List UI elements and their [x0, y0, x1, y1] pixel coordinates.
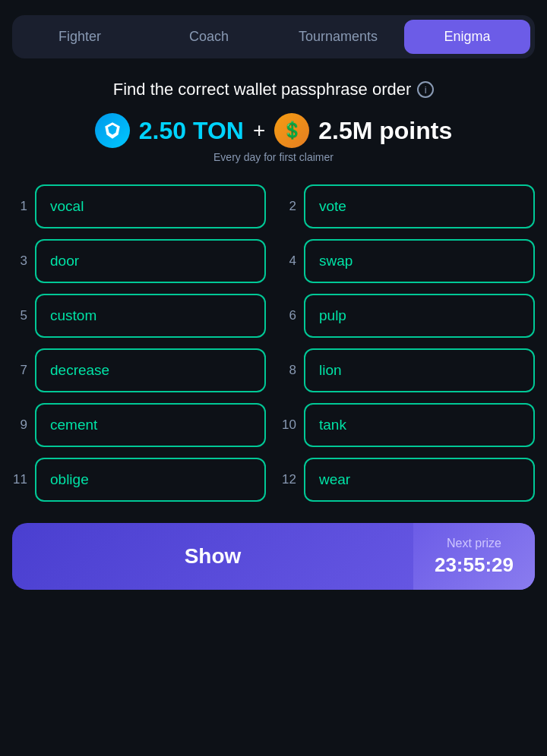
- tab-tournaments[interactable]: Tournaments: [275, 20, 401, 54]
- coin-icon: 💲: [274, 113, 309, 148]
- word-number-12: 12: [281, 472, 296, 487]
- next-prize-section: Next prize 23:55:29: [413, 523, 535, 590]
- tab-coach[interactable]: Coach: [146, 20, 272, 54]
- ton-amount: 2.50 TON: [139, 117, 244, 145]
- word-cell-3: 3 door: [12, 239, 266, 283]
- word-number-9: 9: [12, 417, 27, 433]
- word-box-10[interactable]: tank: [304, 403, 535, 447]
- next-prize-timer: 23:55:29: [435, 553, 514, 577]
- word-number-6: 6: [281, 308, 296, 323]
- word-cell-6: 6 pulp: [281, 294, 535, 338]
- info-icon[interactable]: i: [417, 81, 434, 98]
- tab-fighter[interactable]: Fighter: [17, 20, 143, 54]
- word-cell-8: 8 lion: [281, 348, 535, 392]
- word-box-1[interactable]: vocal: [35, 184, 266, 228]
- word-cell-5: 5 custom: [12, 294, 266, 338]
- subtitle: Every day for first claimer: [12, 151, 535, 163]
- plus-sign: +: [253, 118, 265, 143]
- word-cell-1: 1 vocal: [12, 184, 266, 228]
- word-number-5: 5: [12, 308, 27, 323]
- header-title: Find the correct wallet passphrase order…: [12, 80, 535, 99]
- ton-logo-svg: [103, 121, 122, 140]
- word-number-11: 11: [12, 472, 27, 487]
- show-button[interactable]: Show: [12, 523, 413, 590]
- word-cell-7: 7 decrease: [12, 348, 266, 392]
- points-amount: 2.5M points: [318, 117, 452, 145]
- word-number-2: 2: [281, 199, 296, 214]
- word-box-6[interactable]: pulp: [304, 294, 535, 338]
- tab-bar: Fighter Coach Tournaments Enigma: [12, 15, 535, 58]
- word-cell-11: 11 oblige: [12, 458, 266, 502]
- word-number-3: 3: [12, 254, 27, 269]
- word-box-4[interactable]: swap: [304, 239, 535, 283]
- word-box-2[interactable]: vote: [304, 184, 535, 228]
- word-box-8[interactable]: lion: [304, 348, 535, 392]
- header-section: Find the correct wallet passphrase order…: [12, 80, 535, 163]
- reward-row: 2.50 TON + 💲 2.5M points: [12, 113, 535, 148]
- word-grid: 1 vocal 2 vote 3 door 4 swap 5 custom 6 …: [12, 184, 535, 502]
- word-number-7: 7: [12, 363, 27, 378]
- word-box-5[interactable]: custom: [35, 294, 266, 338]
- word-box-9[interactable]: cement: [35, 403, 266, 447]
- title-text: Find the correct wallet passphrase order: [113, 80, 412, 99]
- tab-enigma[interactable]: Enigma: [404, 20, 530, 54]
- word-cell-2: 2 vote: [281, 184, 535, 228]
- word-cell-10: 10 tank: [281, 403, 535, 447]
- word-number-8: 8: [281, 363, 296, 378]
- word-cell-9: 9 cement: [12, 403, 266, 447]
- next-prize-label: Next prize: [447, 537, 501, 550]
- word-box-7[interactable]: decrease: [35, 348, 266, 392]
- word-box-11[interactable]: oblige: [35, 458, 266, 502]
- ton-icon: [95, 113, 130, 148]
- word-box-3[interactable]: door: [35, 239, 266, 283]
- word-number-4: 4: [281, 254, 296, 269]
- word-box-12[interactable]: wear: [304, 458, 535, 502]
- word-number-10: 10: [281, 417, 296, 433]
- word-cell-4: 4 swap: [281, 239, 535, 283]
- word-number-1: 1: [12, 199, 27, 214]
- bottom-section: Show Next prize 23:55:29: [12, 523, 535, 590]
- word-cell-12: 12 wear: [281, 458, 535, 502]
